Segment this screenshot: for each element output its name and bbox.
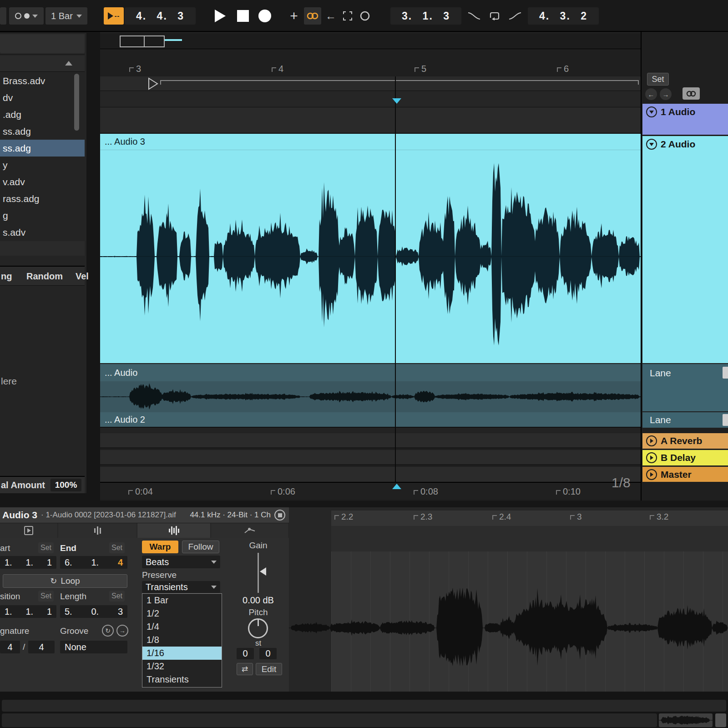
fold-return-icon[interactable] <box>646 452 657 463</box>
track-header-2-audio[interactable]: 2 Audio <box>642 136 728 363</box>
pitch-coarse-value[interactable]: 0 <box>237 648 254 659</box>
edit-sample-button[interactable]: Edit <box>256 663 282 675</box>
quantize-option[interactable]: 1/4 <box>142 620 222 633</box>
next-locator-button[interactable]: → <box>660 88 672 100</box>
browser-file[interactable]: ss.adg <box>0 123 85 140</box>
browser-file[interactable]: dv <box>0 89 85 106</box>
position-set-button[interactable]: Set <box>38 591 54 602</box>
lane-button[interactable] <box>723 367 728 379</box>
position-value[interactable]: 1.1.1 <box>0 605 56 618</box>
follow-warp-button[interactable]: Follow <box>182 541 219 553</box>
pitch-knob[interactable] <box>248 618 268 638</box>
end-set-button[interactable]: Set <box>109 542 125 553</box>
browser-file[interactable]: .adg <box>0 106 85 123</box>
save-icon[interactable] <box>274 510 285 521</box>
return-b-row[interactable] <box>100 450 641 465</box>
pitch-fine-value[interactable]: 0 <box>259 648 277 659</box>
track1-content-row[interactable] <box>100 107 641 134</box>
length-value[interactable]: 5.0.3 <box>60 605 127 618</box>
corner-button[interactable] <box>715 713 726 727</box>
signature-denominator[interactable]: 4 <box>28 641 55 653</box>
column-velocity[interactable]: Vel <box>76 271 89 282</box>
record-button[interactable] <box>255 7 275 25</box>
quantize-option[interactable]: 1/8 <box>142 633 222 647</box>
stop-button[interactable] <box>233 7 253 25</box>
loop-switch-button[interactable] <box>485 7 504 25</box>
groove-commit-button[interactable]: ↻ <box>102 625 114 637</box>
length-set-button[interactable]: Set <box>109 591 125 602</box>
return-a-row[interactable] <box>100 433 641 449</box>
loop-length-display[interactable]: 4. 3. 2 <box>528 7 599 25</box>
fade-in-button[interactable] <box>506 7 524 25</box>
return-a-header[interactable]: A Reverb <box>642 433 728 449</box>
playhead-line[interactable] <box>395 76 396 482</box>
start-value[interactable]: 1.1.1 <box>0 556 56 569</box>
browser-file[interactable]: rass.adg <box>0 190 85 207</box>
link-toggle-button[interactable] <box>682 87 700 100</box>
time-ruler[interactable]: 0:04 0:06 0:08 0:10 <box>100 482 641 499</box>
signature-numerator[interactable]: 4 <box>0 641 20 653</box>
insert-marker-bottom-icon[interactable] <box>392 484 401 489</box>
new-button[interactable]: + <box>286 7 302 25</box>
master-row[interactable] <box>100 467 641 482</box>
quantize-option[interactable]: 1/2 <box>142 607 222 620</box>
warp-button[interactable]: Warp <box>142 541 178 553</box>
reverse-button[interactable]: ⇄ <box>237 663 253 675</box>
browser-file[interactable]: y <box>0 157 85 173</box>
follow-button[interactable]: -- <box>104 7 124 25</box>
quantization-dropdown[interactable]: 1 Bar <box>46 7 87 25</box>
quantize-option[interactable]: 1/32 <box>142 660 222 673</box>
clipped-button[interactable] <box>0 7 6 25</box>
clip-audio-titlebar[interactable]: ... Audio <box>100 364 641 381</box>
start-set-button[interactable]: Set <box>38 542 54 553</box>
loop-button[interactable]: ↻ Loop <box>3 574 127 588</box>
browser-file[interactable]: s.adv <box>0 224 85 241</box>
insert-marker-top-icon[interactable] <box>392 98 401 104</box>
groove-select[interactable]: None <box>60 641 127 653</box>
clip-audio2-titlebar[interactable]: ... Audio 2 <box>100 412 641 428</box>
overview-thumbnail[interactable] <box>659 713 713 727</box>
quantize-option[interactable]: 1 Bar <box>142 594 222 607</box>
return-b-header[interactable]: B Delay <box>642 450 728 465</box>
warp-mode-dropdown[interactable]: Beats <box>142 556 220 568</box>
browser-file[interactable]: Brass.adv <box>0 72 85 89</box>
end-value[interactable]: 6.1.4 <box>60 556 127 569</box>
prev-locator-button[interactable]: ← <box>645 88 657 100</box>
preserve-dropdown[interactable]: Transients <box>142 581 220 593</box>
gain-slider-track[interactable] <box>258 553 259 593</box>
fold-return-icon[interactable] <box>646 435 657 446</box>
arrangement-position-display[interactable]: 4. 4. 3 <box>125 7 196 25</box>
fold-master-icon[interactable] <box>646 469 657 480</box>
sample-ruler[interactable]: 2.2 2.3 2.4 3 3.2 <box>289 511 728 526</box>
tab-sample[interactable] <box>137 523 210 538</box>
master-header[interactable]: Master <box>642 467 728 482</box>
set-locator-button[interactable]: Set <box>647 73 669 86</box>
tab-envelopes[interactable] <box>58 523 136 538</box>
clip-audio-body[interactable] <box>100 381 641 412</box>
lane-header-2[interactable]: Lane <box>642 412 728 428</box>
song-start-marker-icon[interactable] <box>148 77 159 90</box>
global-amount-value[interactable]: 100% <box>51 479 81 491</box>
quantize-option[interactable]: Transients <box>142 673 222 686</box>
fold-track-icon[interactable] <box>646 106 657 117</box>
beat-time-ruler[interactable]: 3 4 5 6 <box>100 60 641 76</box>
browser-file[interactable]: g <box>0 207 85 224</box>
overview-zoom-box[interactable] <box>145 35 165 47</box>
quantize-option-selected[interactable]: 1/16 <box>142 647 222 660</box>
fold-track-icon[interactable] <box>646 139 657 150</box>
tab-clip[interactable] <box>0 523 57 538</box>
browser-scrollbar[interactable] <box>74 74 79 131</box>
browser-file-selected[interactable]: ss.adg <box>0 140 85 157</box>
clip-audio3-titlebar[interactable]: ... Audio 3 <box>100 134 641 150</box>
metronome-button[interactable] <box>9 7 44 25</box>
punch-position-display[interactable]: 3. 1. 3 <box>390 7 461 25</box>
mode-circle-button[interactable] <box>357 7 373 25</box>
overview-zoom-box[interactable] <box>120 35 145 47</box>
groove-extract-button[interactable]: → <box>116 625 128 637</box>
tab-modulation[interactable] <box>211 523 288 538</box>
draw-mode-button[interactable] <box>339 7 356 25</box>
column-timing[interactable]: ng <box>1 271 12 282</box>
play-button[interactable] <box>210 7 230 25</box>
lane-header-1[interactable]: Lane <box>642 364 728 411</box>
automation-link-button[interactable] <box>304 7 321 25</box>
